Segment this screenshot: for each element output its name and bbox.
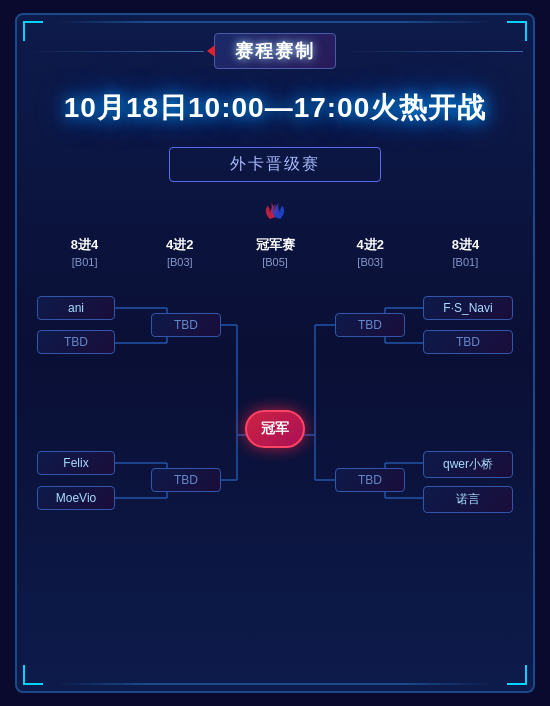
title-line-right	[346, 51, 523, 52]
bracket-area: ani TBD TBD Felix MoeVio TBD F·S_Navi TB…	[37, 278, 513, 598]
player-slot-felix: Felix	[37, 451, 115, 475]
wildcard-section: 外卡晋级赛	[37, 147, 513, 182]
wildcard-label: 外卡晋级赛	[230, 155, 320, 172]
player-slot-right-top-2: TBD	[423, 330, 513, 354]
player-slot-ani: ani	[37, 296, 115, 320]
stage-format-3: [B05]	[227, 256, 322, 268]
player-slot-left-top-2: TBD	[37, 330, 115, 354]
flame-icon-section	[17, 192, 533, 228]
stage-name-3: 冠军赛	[227, 236, 322, 254]
player-slot-left-top-match: TBD	[151, 313, 221, 337]
title-box: 赛程赛制	[214, 33, 336, 69]
stages-row: 8进4 [B01] 4进2 [B03] 冠军赛 [B05] 4进2 [B03] …	[17, 236, 533, 268]
main-container: 赛程赛制 10月18日10:00—17:00火热开战 外卡晋级赛 8进4 [B0…	[15, 13, 535, 693]
stage-name-5: 8进4	[418, 236, 513, 254]
stage-name-4: 4进2	[323, 236, 418, 254]
stage-item-4: 4进2 [B03]	[323, 236, 418, 268]
player-slot-right-top-match: TBD	[335, 313, 405, 337]
player-slot-qwer: qwer小桥	[423, 451, 513, 478]
stage-format-2: [B03]	[132, 256, 227, 268]
flame-icon	[257, 192, 293, 228]
stage-item-1: 8进4 [B01]	[37, 236, 132, 268]
stage-format-1: [B01]	[37, 256, 132, 268]
stage-item-5: 8进4 [B01]	[418, 236, 513, 268]
player-slot-right-bot-match: TBD	[335, 468, 405, 492]
wildcard-box: 外卡晋级赛	[169, 147, 381, 182]
player-slot-fsnavi: F·S_Navi	[423, 296, 513, 320]
stage-format-5: [B01]	[418, 256, 513, 268]
stage-name-1: 8进4	[37, 236, 132, 254]
title-line-left	[27, 51, 204, 52]
corner-decoration-br	[507, 665, 527, 685]
corner-decoration-bl	[23, 665, 43, 685]
player-slot-moevio: MoeVio	[37, 486, 115, 510]
champion-label: 冠军	[261, 420, 289, 436]
player-slot-nuyan: 诺言	[423, 486, 513, 513]
bottom-border-line	[57, 683, 493, 685]
stage-item-3: 冠军赛 [B05]	[227, 236, 322, 268]
stage-name-2: 4进2	[132, 236, 227, 254]
player-slot-left-bot-match: TBD	[151, 468, 221, 492]
date-text: 10月18日10:00—17:00火热开战	[17, 89, 533, 127]
date-section: 10月18日10:00—17:00火热开战	[17, 69, 533, 137]
champion-box: 冠军	[245, 410, 305, 448]
stage-format-4: [B03]	[323, 256, 418, 268]
stage-item-2: 4进2 [B03]	[132, 236, 227, 268]
page-title: 赛程赛制	[235, 41, 315, 61]
title-section: 赛程赛制	[17, 15, 533, 69]
